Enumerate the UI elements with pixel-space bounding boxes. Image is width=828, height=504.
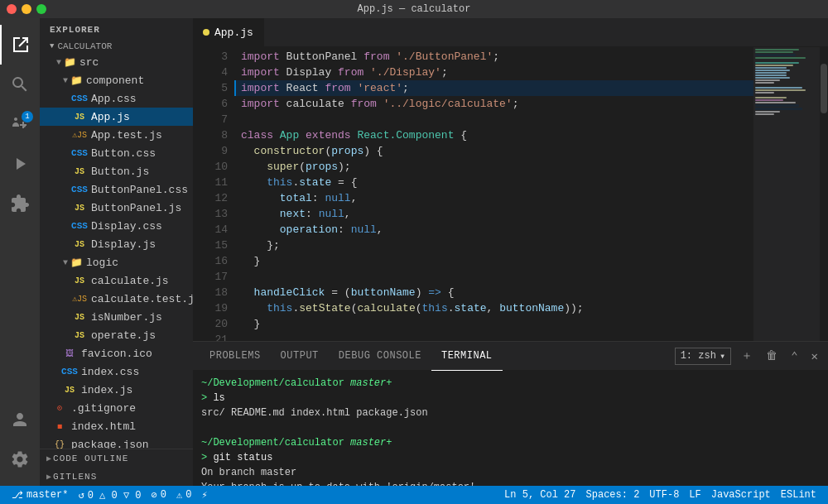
- activity-settings[interactable]: [0, 439, 40, 479]
- status-linter[interactable]: ESLint: [776, 486, 821, 504]
- tree-label: Display.css: [91, 220, 162, 233]
- tree-item-index-html[interactable]: ◼ index.html: [40, 417, 193, 435]
- activity-bottom: [0, 400, 40, 479]
- tree-item-component[interactable]: ▼ 📁 component: [40, 71, 193, 89]
- tree-item-app-css[interactable]: CSS App.css: [40, 89, 193, 108]
- sidebar-section-code-outline[interactable]: ▶ CODE OUTLINE: [40, 449, 193, 468]
- vertical-scrollbar[interactable]: [820, 47, 828, 341]
- tree-item-operate-js[interactable]: JS operate.js: [40, 326, 193, 344]
- css-file-icon: CSS: [73, 183, 86, 196]
- status-lightning[interactable]: ⚡: [196, 486, 212, 504]
- tree-label: operate.js: [91, 329, 156, 342]
- activity-account[interactable]: [0, 400, 40, 439]
- tree-item-button-js[interactable]: JS Button.js: [40, 162, 193, 180]
- tree-item-logic[interactable]: ▼ 📁 logic: [40, 253, 193, 271]
- panel-tab-terminal[interactable]: TERMINAL: [431, 342, 503, 371]
- tree-item-package-json[interactable]: {} package.json: [40, 435, 193, 449]
- project-name: ▼ CALCULATOR: [40, 38, 193, 53]
- tree-item-isnumber-js[interactable]: JS isNumber.js: [40, 308, 193, 326]
- tree-item-src[interactable]: ▼ 📁 src: [40, 53, 193, 71]
- tree-item-calculate-test-js[interactable]: ⚠JS calculate.test.js: [40, 290, 193, 308]
- close-button[interactable]: [7, 4, 17, 14]
- tree-label: favicon.ico: [81, 348, 152, 360]
- css-file-icon: CSS: [73, 146, 86, 160]
- status-position[interactable]: Ln 5, Col 27: [499, 486, 580, 504]
- panel-close-button[interactable]: ✕: [808, 348, 821, 365]
- minimap: [753, 47, 820, 341]
- warning-count: 0: [185, 489, 191, 501]
- status-branch[interactable]: ⎇ master*: [7, 486, 73, 504]
- tree-label: component: [86, 74, 144, 87]
- tree-item-button-css[interactable]: CSS Button.css: [40, 144, 193, 162]
- terminal-content[interactable]: ~/Development/calculator master+ > ls sr…: [193, 371, 828, 486]
- js-file-icon: JS: [73, 201, 86, 214]
- branch-icon: ⎇: [12, 489, 23, 502]
- sidebar-section-gitlens[interactable]: ▶ GITLENS: [40, 468, 193, 486]
- tree-label: Button.js: [91, 166, 149, 178]
- activity-source-control[interactable]: 1: [0, 104, 40, 144]
- code-line-14: operation: null,: [234, 222, 753, 238]
- section-label: GITLENS: [53, 472, 97, 482]
- add-terminal-button[interactable]: ＋: [738, 347, 756, 365]
- terminal-dropdown[interactable]: 1: zsh ▾: [675, 348, 731, 365]
- activity-run[interactable]: [0, 144, 40, 184]
- tree-label: src: [79, 56, 99, 69]
- code-line-12: total: null,: [234, 190, 753, 206]
- sidebar: EXPLORER ▼ CALCULATOR ▼ 📁 src ▼ 📁 compon…: [40, 18, 193, 486]
- tree-item-app-test-js[interactable]: ⚠JS App.test.js: [40, 126, 193, 144]
- activity-search[interactable]: [0, 65, 40, 104]
- code-line-4: import Display from './Display';: [234, 65, 753, 80]
- tree-item-index-css[interactable]: CSS index.css: [40, 362, 193, 381]
- position-text: Ln 5, Col 27: [504, 489, 575, 501]
- img-file-icon: 🖼: [63, 347, 76, 360]
- status-warnings[interactable]: ⚠ 0: [171, 486, 196, 504]
- panel-tab-problems[interactable]: PROBLEMS: [200, 342, 271, 371]
- maximize-button[interactable]: [36, 4, 46, 14]
- tree-item-display-css[interactable]: CSS Display.css: [40, 217, 193, 235]
- status-line-ending[interactable]: LF: [684, 486, 705, 504]
- tree-item-buttonpanel-js[interactable]: JS ButtonPanel.js: [40, 199, 193, 217]
- code-line-21: [234, 332, 753, 341]
- status-encoding[interactable]: UTF-8: [644, 486, 684, 504]
- folder-chevron: ▼: [56, 58, 61, 67]
- status-spaces[interactable]: Spaces: 2: [581, 486, 645, 504]
- panel-tab-bar: PROBLEMS OUTPUT DEBUG CONSOLE TERMINAL 1…: [193, 342, 828, 371]
- line-numbers: 3 4 5 6 7 8 9 10 11 12 13 14 15 16 17 18: [193, 47, 234, 341]
- editor-content: 3 4 5 6 7 8 9 10 11 12 13 14 15 16 17 18: [193, 47, 828, 341]
- status-right: Ln 5, Col 27 Spaces: 2 UTF-8 LF JavaScri…: [499, 486, 821, 504]
- tree-item-gitignore[interactable]: ⊙ .gitignore: [40, 399, 193, 417]
- panel-tab-output[interactable]: OUTPUT: [271, 342, 329, 371]
- js-file-icon: JS: [73, 310, 86, 324]
- status-errors[interactable]: ⊘ 0: [147, 486, 171, 504]
- css-file-icon: CSS: [63, 365, 76, 378]
- code-line-8: class App extends React.Component {: [234, 127, 753, 143]
- tree-item-favicon[interactable]: 🖼 favicon.ico: [40, 344, 193, 362]
- panel-tab-debug-console[interactable]: DEBUG CONSOLE: [329, 342, 431, 371]
- minimize-button[interactable]: [22, 4, 31, 14]
- tree-item-buttonpanel-css[interactable]: CSS ButtonPanel.css: [40, 180, 193, 199]
- section-chevron: ▶: [46, 472, 51, 482]
- folder-chevron: ▼: [63, 258, 68, 267]
- panel-maximize-button[interactable]: ⌃: [787, 348, 801, 365]
- tree-item-index-js[interactable]: JS index.js: [40, 381, 193, 399]
- activity-extensions[interactable]: [0, 184, 40, 223]
- code-content[interactable]: import ButtonPanel from './ButtonPanel';…: [234, 47, 753, 341]
- activity-explorer[interactable]: [0, 25, 40, 65]
- status-sync[interactable]: ↺ 0 △ 0 ▽ 0: [73, 486, 146, 504]
- trash-terminal-button[interactable]: 🗑: [763, 348, 781, 364]
- tree-item-display-js[interactable]: JS Display.js: [40, 235, 193, 253]
- status-language[interactable]: JavaScript: [706, 486, 776, 504]
- chevron-down-icon: ▼: [50, 42, 54, 50]
- code-line-18: handleClick = (buttonName) => {: [234, 285, 753, 300]
- editor-tab-app-js[interactable]: App.js: [193, 18, 264, 46]
- code-line-15: };: [234, 238, 753, 253]
- tree-label: calculate.js: [91, 275, 169, 287]
- scrollbar-thumb[interactable]: [821, 64, 827, 113]
- code-line-19: this.setState(calculate(this.state, butt…: [234, 300, 753, 316]
- css-file-icon: CSS: [73, 219, 86, 233]
- tree-label: ButtonPanel.css: [91, 184, 188, 196]
- error-icon: ⊘: [152, 489, 157, 502]
- tree-item-calculate-js[interactable]: JS calculate.js: [40, 271, 193, 290]
- js-file-icon: JS: [73, 238, 86, 251]
- tree-item-app-js[interactable]: JS App.js: [40, 108, 193, 126]
